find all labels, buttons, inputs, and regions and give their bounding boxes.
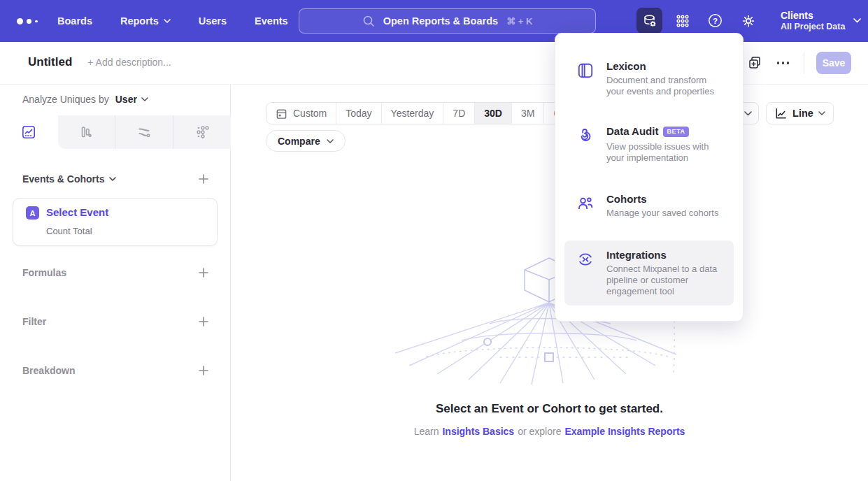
- search-icon: [362, 15, 375, 27]
- range-label: Today: [346, 108, 371, 119]
- analyze-value: User: [115, 94, 137, 105]
- explore-connector: or explore: [518, 426, 561, 437]
- menu-item-integrations[interactable]: Integrations Connect Mixpanel to a data …: [564, 240, 734, 306]
- menu-item-title-text: Data Audit: [606, 125, 658, 137]
- range-yesterday[interactable]: Yesterday: [381, 103, 443, 124]
- menu-item-description: Manage your saved cohorts: [606, 208, 724, 219]
- chevron-down-icon: [327, 139, 334, 143]
- nav-item-users[interactable]: Users: [199, 15, 227, 27]
- menu-item-description: View possible issues with your implement…: [606, 141, 724, 164]
- nav-item-reports[interactable]: Reports: [120, 15, 171, 27]
- event-card[interactable]: A Select Event Count Total: [13, 198, 218, 246]
- plus-icon: [198, 267, 209, 278]
- duplicate-icon: [747, 55, 762, 71]
- help-button[interactable]: ?: [702, 8, 728, 34]
- menu-item-lexicon[interactable]: Lexicon Document and transform your even…: [564, 52, 734, 106]
- chevron-down-icon: [818, 111, 825, 115]
- menu-item-title: Lexicon: [606, 60, 724, 72]
- analyze-value-dropdown[interactable]: User: [115, 94, 148, 105]
- range-custom[interactable]: Custom: [266, 103, 336, 124]
- project-selector[interactable]: Clients All Project Data: [781, 10, 861, 32]
- insights-basics-link[interactable]: Insights Basics: [442, 426, 514, 437]
- data-management-button[interactable]: [636, 8, 662, 34]
- compare-dropdown[interactable]: Compare: [266, 130, 346, 152]
- tab-bar-chart[interactable]: [58, 115, 115, 149]
- chevron-down-icon: [164, 19, 171, 23]
- event-metric-label[interactable]: Count Total: [46, 226, 92, 236]
- empty-state-links: Learn Insights Basics or explore Example…: [231, 426, 868, 437]
- add-formula-button[interactable]: [197, 266, 211, 280]
- flow-chart-tab-icon: [136, 124, 152, 140]
- report-header-actions: Save: [747, 52, 852, 74]
- menu-item-text: Lexicon Document and transform your even…: [606, 60, 724, 97]
- search-placeholder: Open Reports & Boards: [383, 15, 498, 27]
- events-cohorts-header[interactable]: Events & Cohorts: [22, 173, 116, 185]
- help-icon: ?: [707, 13, 723, 29]
- grid-chart-tab-icon: [194, 124, 210, 140]
- formulas-label: Formulas: [22, 267, 66, 278]
- add-breakdown-button[interactable]: [197, 364, 211, 378]
- mixpanel-logo-icon[interactable]: [17, 18, 38, 24]
- plus-icon: [198, 365, 209, 376]
- menu-item-text: Integrations Connect Mixpanel to a data …: [606, 249, 724, 297]
- settings-gear-button[interactable]: [735, 8, 761, 34]
- menu-item-data-audit[interactable]: Data AuditBETA View possible issues with…: [564, 117, 734, 172]
- example-reports-link[interactable]: Example Insights Reports: [564, 426, 685, 437]
- plus-icon: [198, 173, 209, 185]
- events-cohorts-row: Events & Cohorts: [22, 171, 211, 187]
- add-event-button[interactable]: [197, 172, 211, 186]
- select-event-label[interactable]: Select Event: [46, 206, 108, 218]
- header-divider: [804, 52, 804, 73]
- tab-grid-chart[interactable]: [173, 115, 231, 149]
- breakdown-row: Breakdown: [22, 363, 211, 378]
- mixpanel-insights-page: Boards Reports Users Events Open Reports…: [0, 0, 868, 481]
- menu-item-description: Connect Mixpanel to a data pipeline or c…: [606, 264, 724, 297]
- nav-links: Boards Reports Users Events: [57, 0, 288, 42]
- apps-grid-button[interactable]: [669, 8, 695, 34]
- more-options-button[interactable]: [774, 59, 792, 67]
- nav-item-label: Users: [199, 15, 227, 27]
- project-subtitle: All Project Data: [781, 22, 845, 32]
- nav-item-events[interactable]: Events: [255, 15, 288, 27]
- svg-text:?: ?: [713, 17, 718, 25]
- event-badge: A: [26, 206, 39, 220]
- report-title[interactable]: Untitled: [28, 55, 72, 69]
- range-label: 3M: [521, 108, 534, 119]
- save-button[interactable]: Save: [816, 52, 851, 74]
- data-audit-icon: [576, 125, 595, 164]
- range-7d[interactable]: 7D: [443, 103, 474, 124]
- data-management-dropdown-panel: Lexicon Document and transform your even…: [555, 33, 744, 322]
- add-filter-button[interactable]: [197, 315, 211, 329]
- line-chart-tab-icon: [21, 124, 36, 140]
- global-search-input[interactable]: Open Reports & Boards ⌘ + K: [299, 8, 596, 34]
- filter-row: Filter: [22, 314, 211, 329]
- chart-type-dropdown[interactable]: Line: [766, 102, 834, 124]
- tab-flow-chart[interactable]: [115, 115, 173, 149]
- analyze-label: Analyze Uniques by: [22, 94, 109, 105]
- chart-type-tabs-inactive: [58, 115, 232, 149]
- chevron-down-icon: [744, 111, 752, 116]
- nav-tools: ? Clients All Project Data: [636, 8, 861, 34]
- bar-chart-tab-icon: [78, 124, 94, 140]
- duplicate-report-button[interactable]: [747, 55, 762, 71]
- search-shortcut: ⌘ + K: [506, 16, 532, 27]
- plus-icon: [198, 316, 209, 327]
- breakdown-label: Breakdown: [22, 365, 75, 376]
- nav-item-boards[interactable]: Boards: [57, 15, 92, 27]
- compare-label: Compare: [278, 136, 320, 147]
- range-3m[interactable]: 3M: [511, 103, 543, 124]
- line-chart-icon: [774, 107, 788, 120]
- menu-item-text: Data AuditBETA View possible issues with…: [606, 125, 724, 164]
- beta-badge: BETA: [663, 127, 688, 137]
- chart-type-tabs: [0, 115, 231, 149]
- menu-item-cohorts[interactable]: Cohorts Manage your saved cohorts: [564, 185, 734, 227]
- report-description-placeholder[interactable]: + Add description...: [87, 57, 171, 68]
- chart-type-label: Line: [792, 108, 813, 119]
- data-management-icon: [642, 13, 657, 29]
- learn-prefix: Learn: [414, 426, 439, 437]
- filter-label: Filter: [22, 316, 46, 327]
- range-30d-selected[interactable]: 30D: [474, 103, 511, 124]
- chevron-down-icon: [141, 97, 148, 101]
- tab-line-chart[interactable]: [0, 115, 58, 149]
- range-today[interactable]: Today: [336, 103, 380, 124]
